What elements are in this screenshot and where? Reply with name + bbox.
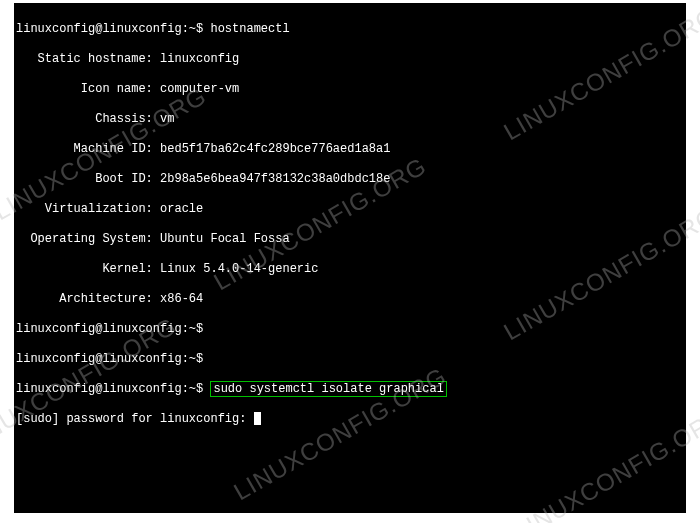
command-line: linuxconfig@linuxconfig:~$ hostnamectl [16,22,684,37]
highlighted-command: sudo systemctl isolate graphical [210,381,446,397]
terminal-window[interactable]: linuxconfig@linuxconfig:~$ hostnamectl S… [14,3,686,513]
output-line: Kernel: Linux 5.4.0-14-generic [16,262,684,277]
command-line: linuxconfig@linuxconfig:~$ [16,352,684,367]
output-line: Virtualization: oracle [16,202,684,217]
command-line-highlighted: linuxconfig@linuxconfig:~$ sudo systemct… [16,382,684,397]
output-line: Boot ID: 2b98a5e6bea947f38132c38a0dbdc18… [16,172,684,187]
output-line: Chassis: vm [16,112,684,127]
terminal-cursor[interactable] [254,412,261,425]
shell-prompt: linuxconfig@linuxconfig:~$ [16,382,203,396]
command-hostnamectl: hostnamectl [210,22,289,36]
output-line: Architecture: x86-64 [16,292,684,307]
output-line: Icon name: computer-vm [16,82,684,97]
output-line: Machine ID: bed5f17ba62c4fc289bce776aed1… [16,142,684,157]
shell-prompt: linuxconfig@linuxconfig:~$ [16,22,203,36]
output-line: Static hostname: linuxconfig [16,52,684,67]
command-line: linuxconfig@linuxconfig:~$ [16,322,684,337]
output-line: Operating System: Ubuntu Focal Fossa [16,232,684,247]
shell-prompt: linuxconfig@linuxconfig:~$ [16,352,203,366]
shell-prompt: linuxconfig@linuxconfig:~$ [16,322,203,336]
sudo-password-prompt: [sudo] password for linuxconfig: [16,412,684,427]
